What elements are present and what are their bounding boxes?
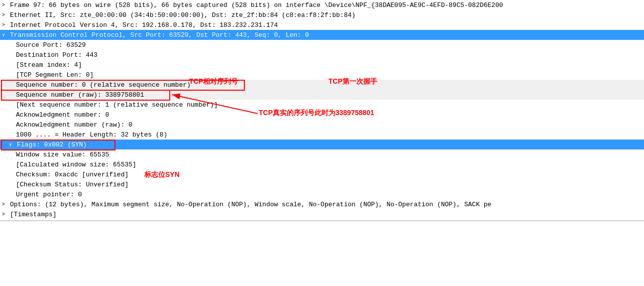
expand-icon[interactable]: ∨ bbox=[9, 142, 16, 147]
row-window[interactable]: Window size value: 65535 bbox=[0, 149, 644, 159]
expand-icon[interactable]: > bbox=[2, 2, 9, 8]
row-seg-len[interactable]: [TCP Segment Len: 0] bbox=[0, 70, 644, 80]
row-ethernet[interactable]: >Ethernet II, Src: zte_00:00:00 (34:4b:5… bbox=[0, 10, 644, 20]
row-ethernet-text: Ethernet II, Src: zte_00:00:00 (34:4b:50… bbox=[10, 11, 642, 19]
packet-detail-panel: >Frame 97: 66 bytes on wire (528 bits), … bbox=[0, 0, 644, 221]
row-urgent-text: Urgent pointer: 0 bbox=[16, 191, 642, 198]
row-dst-port-text: Destination Port: 443 bbox=[16, 51, 642, 59]
rows-container: >Frame 97: 66 bytes on wire (528 bits), … bbox=[0, 0, 644, 219]
row-dst-port[interactable]: Destination Port: 443 bbox=[0, 50, 644, 60]
row-checksum-status-text: [Checksum Status: Unverified] bbox=[16, 181, 642, 188]
row-flags-text: Flags: 0x002 (SYN) bbox=[17, 141, 642, 148]
row-timestamps[interactable]: >[Timestamps] bbox=[0, 209, 644, 219]
row-frame-text: Frame 97: 66 bytes on wire (528 bits), 6… bbox=[10, 1, 642, 9]
row-checksum-text: Checksum: 0xacdc [unverified] bbox=[16, 171, 642, 178]
row-ack-num[interactable]: Acknowledgment number: 0 bbox=[0, 110, 644, 120]
row-seg-len-text: [TCP Segment Len: 0] bbox=[16, 71, 642, 79]
row-seq-num[interactable]: Sequence number: 0 (relative sequence nu… bbox=[0, 80, 644, 90]
row-seq-num-raw-text: Sequence number (raw): 3389758801 bbox=[16, 91, 642, 99]
row-next-seq[interactable]: [Next sequence number: 1 (relative seque… bbox=[0, 100, 644, 110]
row-calc-window-text: [Calculated window size: 65535] bbox=[16, 161, 642, 168]
row-ip[interactable]: >Internet Protocol Version 4, Src: 192.1… bbox=[0, 20, 644, 30]
row-ip-text: Internet Protocol Version 4, Src: 192.16… bbox=[10, 21, 642, 29]
row-checksum-status[interactable]: [Checksum Status: Unverified] bbox=[0, 179, 644, 189]
row-ack-raw[interactable]: Acknowledgment number (raw): 0 bbox=[0, 120, 644, 130]
row-header-len[interactable]: 1000 .... = Header Length: 32 bytes (8) bbox=[0, 130, 644, 140]
row-seq-num-raw[interactable]: Sequence number (raw): 3389758801 bbox=[0, 90, 644, 100]
expand-icon[interactable]: > bbox=[2, 212, 9, 217]
expand-icon[interactable]: > bbox=[2, 12, 9, 18]
row-next-seq-text: [Next sequence number: 1 (relative seque… bbox=[16, 101, 642, 109]
row-header-len-text: 1000 .... = Header Length: 32 bytes (8) bbox=[16, 131, 642, 139]
row-tcp[interactable]: ∨Transmission Control Protocol, Src Port… bbox=[0, 30, 644, 40]
row-frame[interactable]: >Frame 97: 66 bytes on wire (528 bits), … bbox=[0, 0, 644, 10]
row-src-port-text: Source Port: 63529 bbox=[16, 41, 642, 49]
row-ack-raw-text: Acknowledgment number (raw): 0 bbox=[16, 121, 642, 129]
row-seq-num-text: Sequence number: 0 (relative sequence nu… bbox=[16, 81, 642, 89]
row-stream-index-text: [Stream index: 4] bbox=[16, 61, 642, 69]
row-options-text: Options: (12 bytes), Maximum segment siz… bbox=[10, 201, 642, 208]
row-timestamps-text: [Timestamps] bbox=[10, 211, 642, 218]
row-stream-index[interactable]: [Stream index: 4] bbox=[0, 60, 644, 70]
row-options[interactable]: >Options: (12 bytes), Maximum segment si… bbox=[0, 199, 644, 209]
expand-icon[interactable]: ∨ bbox=[2, 32, 9, 38]
row-urgent[interactable]: Urgent pointer: 0 bbox=[0, 189, 644, 199]
expand-icon[interactable]: > bbox=[2, 22, 9, 28]
row-flags[interactable]: ∨Flags: 0x002 (SYN) bbox=[0, 140, 644, 149]
row-src-port[interactable]: Source Port: 63529 bbox=[0, 40, 644, 50]
expand-icon[interactable]: > bbox=[2, 202, 9, 207]
row-calc-window[interactable]: [Calculated window size: 65535] bbox=[0, 159, 644, 169]
bottom-divider bbox=[0, 220, 644, 221]
row-checksum[interactable]: Checksum: 0xacdc [unverified] bbox=[0, 169, 644, 179]
row-ack-num-text: Acknowledgment number: 0 bbox=[16, 111, 642, 119]
row-window-text: Window size value: 65535 bbox=[16, 151, 642, 158]
row-tcp-text: Transmission Control Protocol, Src Port:… bbox=[10, 31, 642, 39]
